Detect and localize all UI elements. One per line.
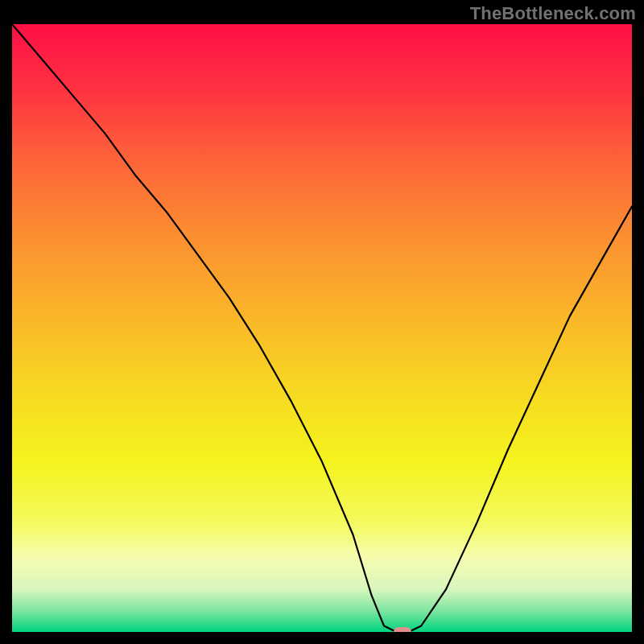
gradient-rect bbox=[12, 24, 632, 632]
chart-svg bbox=[12, 24, 632, 632]
watermark-text: TheBottleneck.com bbox=[470, 3, 636, 24]
chart-frame: TheBottleneck.com bbox=[0, 0, 644, 644]
plot-area bbox=[12, 24, 632, 632]
